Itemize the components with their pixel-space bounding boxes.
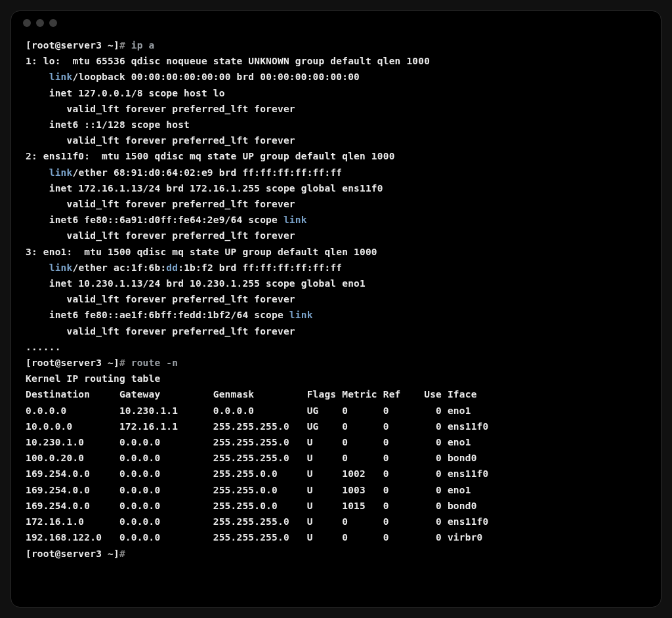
output-line: valid_lft forever preferred_lft forever	[26, 228, 646, 243]
traffic-light-minimize-icon[interactable]	[36, 19, 44, 27]
output-line: 3: eno1: mtu 1500 qdisc mq state UP grou…	[26, 244, 646, 260]
prompt-hash: #	[119, 548, 125, 559]
prompt-line-3: [root@server3 ~]#	[26, 546, 646, 562]
output-line: inet6 ::1/128 scope host	[26, 117, 646, 133]
output-line: inet 172.16.1.13/24 brd 172.16.1.255 sco…	[26, 180, 646, 196]
route-row: 10.230.1.0 0.0.0.0 255.255.255.0 U 0 0 0…	[26, 434, 646, 450]
terminal-output[interactable]: [root@server3 ~]# ip a1: lo: mtu 65536 q…	[11, 35, 661, 576]
output-line: link/ether ac:1f:6b:dd:1b:f2 brd ff:ff:f…	[26, 260, 646, 276]
output-line: valid_lft forever preferred_lft forever	[26, 196, 646, 212]
route-row: 169.254.0.0 0.0.0.0 255.255.0.0 U 1015 0…	[26, 498, 646, 514]
route-title: Kernel IP routing table	[26, 371, 646, 386]
route-row: 169.254.0.0 0.0.0.0 255.255.0.0 U 1003 0…	[26, 482, 646, 498]
route-row: 192.168.122.0 0.0.0.0 255.255.255.0 U 0 …	[26, 529, 646, 545]
prompt-line-2: [root@server3 ~]# route -n	[26, 355, 646, 371]
traffic-light-close-icon[interactable]	[23, 19, 31, 27]
prompt-prefix: [root@server3 ~]	[26, 548, 119, 559]
output-line: 1: lo: mtu 65536 qdisc noqueue state UNK…	[26, 53, 646, 69]
route-row: 169.254.0.0 0.0.0.0 255.255.0.0 U 1002 0…	[26, 466, 646, 482]
link-keyword: link	[49, 262, 73, 273]
route-row: 172.16.1.0 0.0.0.0 255.255.255.0 U 0 0 0…	[26, 514, 646, 529]
route-row: 100.0.20.0 0.0.0.0 255.255.255.0 U 0 0 0…	[26, 450, 646, 466]
dd-keyword: dd	[166, 262, 178, 273]
output-line: valid_lft forever preferred_lft forever	[26, 323, 646, 339]
prompt-hash: #	[119, 40, 125, 51]
output-line: valid_lft forever preferred_lft forever	[26, 101, 646, 117]
route-header: Destination Gateway Genmask Flags Metric…	[26, 386, 646, 402]
window-titlebar	[11, 11, 661, 35]
output-line: inet 127.0.0.1/8 scope host lo	[26, 85, 646, 101]
prompt-line-1: [root@server3 ~]# ip a	[26, 37, 646, 53]
route-row: 0.0.0.0 10.230.1.1 0.0.0.0 UG 0 0 0 eno1	[26, 403, 646, 419]
output-line: valid_lft forever preferred_lft forever	[26, 291, 646, 307]
output-line: inet6 fe80::6a91:d0ff:fe64:2e9/64 scope …	[26, 212, 646, 228]
output-line: inet 10.230.1.13/24 brd 10.230.1.255 sco…	[26, 276, 646, 291]
output-line: inet6 fe80::ae1f:6bff:fedd:1bf2/64 scope…	[26, 307, 646, 323]
output-line: link/loopback 00:00:00:00:00:00 brd 00:0…	[26, 69, 646, 85]
link-keyword: link	[289, 310, 313, 320]
command-text: route -n	[125, 358, 178, 368]
output-line: link/ether 68:91:d0:64:02:e9 brd ff:ff:f…	[26, 165, 646, 180]
prompt-hash: #	[119, 358, 125, 368]
output-ellipsis: ......	[26, 339, 646, 355]
prompt-prefix: [root@server3 ~]	[26, 40, 119, 51]
output-line: 2: ens11f0: mtu 1500 qdisc mq state UP g…	[26, 148, 646, 164]
command-text: ip a	[125, 40, 155, 51]
link-keyword: link	[49, 72, 73, 82]
route-row: 10.0.0.0 172.16.1.1 255.255.255.0 UG 0 0…	[26, 419, 646, 434]
terminal-window: [root@server3 ~]# ip a1: lo: mtu 65536 q…	[10, 10, 662, 608]
output-line: valid_lft forever preferred_lft forever	[26, 133, 646, 148]
link-keyword: link	[284, 215, 307, 225]
prompt-prefix: [root@server3 ~]	[26, 358, 119, 368]
traffic-light-zoom-icon[interactable]	[49, 19, 57, 27]
link-keyword: link	[49, 167, 73, 178]
